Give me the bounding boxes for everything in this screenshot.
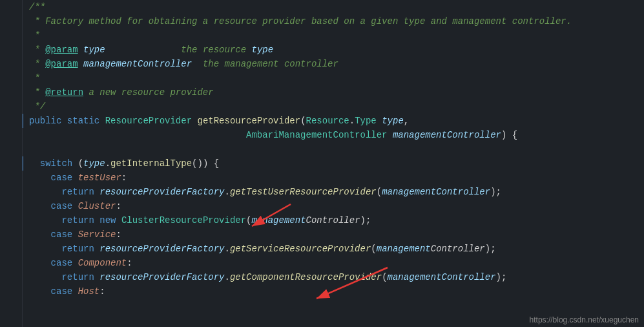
code-text: .: [224, 242, 229, 256]
param-name: type: [382, 114, 404, 128]
code-line: return resourceProviderFactory.getCompon…: [29, 270, 638, 284]
type-name: Type: [355, 114, 377, 128]
code-line: /**: [29, 0, 638, 14]
line-num: [0, 28, 18, 43]
code-text: [29, 199, 51, 213]
var-name: type: [83, 156, 105, 171]
method-name: getServiceResourceProvider: [230, 242, 371, 256]
keyword: new: [99, 213, 116, 227]
code-text: [116, 213, 121, 227]
keyword: return: [61, 242, 94, 256]
case-label: Cluster: [78, 199, 116, 213]
keyword: switch: [40, 156, 72, 171]
line-numbers: [0, 0, 23, 327]
code-text: (: [371, 242, 376, 256]
line-num: [0, 284, 18, 299]
param-name: managementController: [393, 128, 501, 142]
line-num: [0, 0, 18, 14]
comment-text: *: [29, 57, 45, 71]
method-name: getResourceProvider: [197, 114, 300, 128]
case-label: Service: [78, 227, 116, 242]
code-text: [72, 199, 78, 213]
code-line: [29, 142, 638, 156]
line-num: [0, 142, 18, 156]
code-line: AmbariManagementController managementCon…: [29, 128, 638, 142]
comment-text: the resource: [105, 43, 252, 57]
type-name: Resource: [306, 114, 349, 128]
code-line: *: [29, 28, 638, 43]
code-text: [72, 284, 78, 299]
code-text: :: [116, 227, 121, 242]
code-text: .: [105, 156, 110, 171]
line-num: [0, 128, 18, 142]
code-text: [29, 213, 61, 227]
code-text: :: [99, 284, 105, 299]
keyword: static: [67, 114, 99, 128]
line-num: [0, 199, 18, 213]
param-tag: @param: [45, 43, 78, 57]
code-text: [29, 256, 51, 270]
code-text: (: [72, 156, 83, 171]
comment-text: type and management controller.: [404, 14, 572, 28]
code-text: [94, 213, 99, 227]
return-tag: @return: [45, 85, 83, 100]
code-text: ,: [404, 114, 409, 128]
code-line: case Service:: [29, 227, 638, 242]
type-name: AmbariManagementController: [246, 128, 387, 142]
line-num: [0, 85, 18, 100]
code-line: public static ResourceProvider getResour…: [29, 114, 638, 128]
comment-text: */: [29, 100, 45, 114]
return-desc: a new resource provider: [83, 85, 214, 100]
comment-text: the management controller: [192, 57, 338, 71]
code-text: Controller: [306, 213, 360, 227]
keyword: return: [61, 185, 94, 199]
code-text: :: [116, 199, 121, 213]
param-tag: @param: [45, 57, 78, 71]
code-line: return resourceProviderFactory.getServic…: [29, 242, 638, 256]
code-text: [29, 156, 40, 171]
line-num: [0, 270, 18, 284]
code-line: switch (type.getInternalType()) {: [29, 156, 638, 171]
code-line: case Component:: [29, 256, 638, 270]
param-name: managementController: [83, 57, 192, 71]
code-text: Controller: [431, 242, 485, 256]
comment-text: *: [29, 14, 45, 28]
code-line: *: [29, 71, 638, 85]
type-name: ClusterResourceProvider: [121, 213, 246, 227]
method-name: getComponentResourceProvider: [230, 270, 382, 284]
line-num: [0, 242, 18, 256]
line-num: [0, 156, 18, 171]
param-name-2: type: [252, 43, 274, 57]
factory-var: resourceProviderFactory: [99, 270, 224, 284]
comment-text: *: [29, 28, 40, 43]
method-name: getInternalType: [110, 156, 192, 171]
code-line: * @param managementController the manage…: [29, 57, 638, 71]
line-num: [0, 256, 18, 270]
comment-text: [78, 43, 83, 57]
param-name: type: [83, 43, 105, 57]
param-name: managementController: [382, 185, 490, 199]
code-text: );: [360, 213, 371, 227]
code-line: * @param type the resource type: [29, 43, 638, 57]
factory-var: resourceProviderFactory: [99, 242, 224, 256]
line-num: [0, 100, 18, 114]
keyword: return: [61, 270, 94, 284]
code-text: (: [382, 270, 387, 284]
watermark: https://blog.csdn.net/xueguchen: [530, 315, 639, 324]
code-text: [72, 227, 78, 242]
type-name: ResourceProvider: [105, 114, 192, 128]
code-text: );: [496, 270, 507, 284]
case-label: Component: [78, 256, 127, 270]
code-text: .: [349, 114, 355, 128]
code-text: [192, 114, 197, 128]
keyword: case: [51, 171, 73, 185]
code-text: .: [224, 185, 229, 199]
keyword: public: [29, 114, 61, 128]
code-text: [29, 128, 246, 142]
code-text: :: [121, 171, 127, 185]
code-line: case testUser:: [29, 171, 638, 185]
code-text: [29, 185, 61, 199]
code-text: (: [377, 185, 382, 199]
param-name: management: [377, 242, 431, 256]
code-text: (: [246, 213, 251, 227]
